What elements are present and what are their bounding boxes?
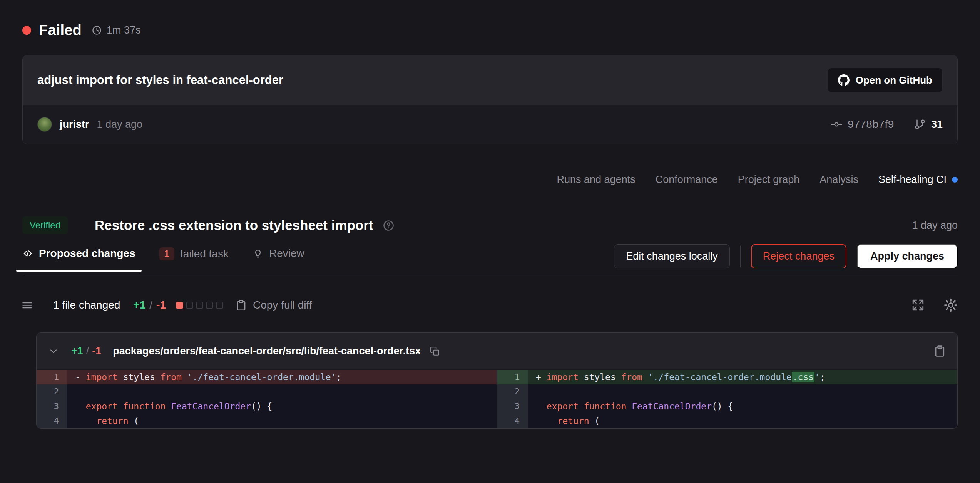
copy-full-diff-label: Copy full diff [253,299,312,311]
diff-toolbar: 1 file changed +1 / -1 Copy full diff [22,297,958,314]
verified-badge: Verified [22,216,68,234]
diff-line-removed: 1- import styles from './feat-cancel-ord… [37,370,497,384]
commit-meta-row: juristr 1 day ago 9778b7f9 31 [23,105,957,144]
code-line: + import styles from './feat-cancel-orde… [528,370,957,384]
clipboard-icon[interactable] [934,345,946,357]
nav-item-label: Conformance [656,174,718,186]
nav-item-analysis[interactable]: Analysis [819,174,858,186]
commit-hash[interactable]: 9778b7f9 [831,118,894,131]
diff-body: 1- import styles from './feat-cancel-ord… [37,370,957,428]
nav-item-label: Project graph [738,174,800,186]
diff-stat-square [186,302,193,309]
diff-line-context: 4 return ( [37,414,497,428]
nav-item-label: Runs and agents [557,174,635,186]
apply-changes-button[interactable]: Apply changes [857,244,958,268]
branch-runs[interactable]: 31 [914,119,943,131]
tab-failed-label: failed task [180,248,229,260]
tab-proposed-label: Proposed changes [39,247,135,260]
github-icon [838,74,850,86]
notification-dot-icon [952,177,958,183]
gear-icon[interactable] [944,298,958,312]
diff-line-context: 3 export function FeatCancelOrder() { [37,399,497,414]
duration-value: 1m 37s [107,24,141,36]
line-number: 2 [37,384,67,399]
edit-changes-locally-button[interactable]: Edit changes locally [614,244,730,268]
line-number: 4 [37,414,67,428]
commit-card: adjust import for styles in feat-cancel-… [22,55,958,144]
diff-stat-squares [176,302,223,309]
code-line [67,384,497,399]
commit-title: adjust import for styles in feat-cancel-… [37,73,283,87]
page: Failed 1m 37s adjust import for styles i… [0,0,980,429]
reject-changes-button[interactable]: Reject changes [751,244,846,268]
github-button-label: Open on GitHub [856,74,932,86]
branch-count: 31 [931,119,943,131]
diff-line-context: 4 return ( [497,414,957,428]
code-line: export function FeatCancelOrder() { [528,399,957,414]
diff-stat-square [216,302,223,309]
failed-count-badge: 1 [159,247,174,260]
git-branch-icon [914,119,926,130]
diff-file-header: +1 / -1 packages/orders/feat-cancel-orde… [37,333,957,370]
commit-card-header: adjust import for styles in feat-cancel-… [23,55,957,105]
code-line: return ( [528,414,957,428]
diff-line-context: 2 [37,384,497,399]
copy-icon[interactable] [430,346,440,356]
workspace-nav: Runs and agentsConformanceProject graphA… [22,171,958,188]
lightbulb-icon [253,248,263,259]
clock-icon [92,25,102,35]
file-deletions: -1 [92,345,101,357]
duration: 1m 37s [92,24,141,36]
diff-line-context: 2 [497,384,957,399]
toolbar-deletions: -1 [156,299,166,311]
failed-status-icon [22,26,31,35]
chevron-down-icon[interactable] [48,346,59,357]
code-line [528,384,957,399]
commit-hash-value: 9778b7f9 [848,118,894,131]
copy-full-diff-button[interactable]: Copy full diff [236,299,312,311]
line-number: 1 [37,370,67,384]
diff-stat-square [206,302,213,309]
file-path: packages/orders/feat-cancel-order/src/li… [113,345,421,357]
code-line: return ( [67,414,497,428]
toolbar-additions: +1 [133,299,145,311]
avatar[interactable] [37,117,52,132]
diff-pane-new: 1+ import styles from './feat-cancel-ord… [497,370,957,428]
nav-item-conformance[interactable]: Conformance [656,174,718,186]
commit-time: 1 day ago [97,119,143,131]
diff-pane-old: 1- import styles from './feat-cancel-ord… [37,370,497,428]
help-circle-icon[interactable] [383,220,395,231]
line-number: 2 [497,384,528,399]
open-on-github-button[interactable]: Open on GitHub [828,68,943,92]
files-changed-label: 1 file changed [53,299,120,311]
tab-review[interactable]: Review [253,247,304,271]
diff-line-context: 3 export function FeatCancelOrder() { [497,399,957,414]
commit-icon [831,119,842,130]
fix-title: Restore .css extension to stylesheet imp… [95,218,373,233]
clipboard-icon [236,300,247,311]
diff-stat-square [176,302,183,309]
nav-item-project-graph[interactable]: Project graph [738,174,800,186]
line-number: 3 [497,399,528,414]
tab-review-label: Review [269,247,304,260]
nav-item-self-healing-ci[interactable]: Self-healing CI [878,174,958,186]
line-number: 1 [497,370,528,384]
code-icon [22,248,33,259]
author-name[interactable]: juristr [60,119,89,131]
status-label: Failed [39,22,82,39]
diff-card: +1 / -1 packages/orders/feat-cancel-orde… [36,332,958,429]
expand-icon[interactable] [911,299,925,312]
nav-item-runs-and-agents[interactable]: Runs and agents [557,174,635,186]
hamburger-icon[interactable] [21,299,33,311]
fix-time: 1 day ago [912,220,958,231]
file-additions: +1 [71,345,83,357]
status-row: Failed 1m 37s [22,21,958,39]
diff-line-added: 1+ import styles from './feat-cancel-ord… [497,370,957,384]
tab-proposed-changes[interactable]: Proposed changes [22,247,135,271]
code-line: - import styles from './feat-cancel-orde… [67,370,497,384]
code-line: export function FeatCancelOrder() { [67,399,497,414]
line-number: 3 [37,399,67,414]
actions-divider [740,246,741,267]
tab-failed-task[interactable]: 1 failed task [159,247,229,272]
line-number: 4 [497,414,528,428]
